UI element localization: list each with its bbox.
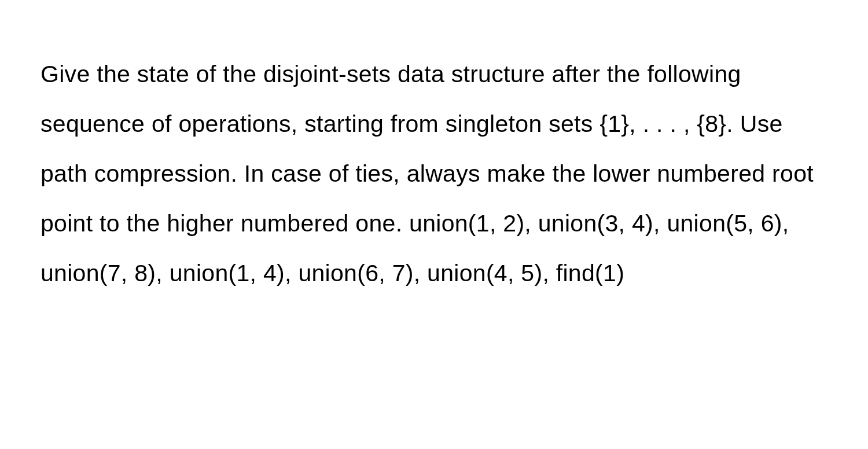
problem-text: Give the state of the disjoint-sets data… — [41, 61, 814, 286]
problem-statement: Give the state of the disjoint-sets data… — [41, 49, 827, 298]
